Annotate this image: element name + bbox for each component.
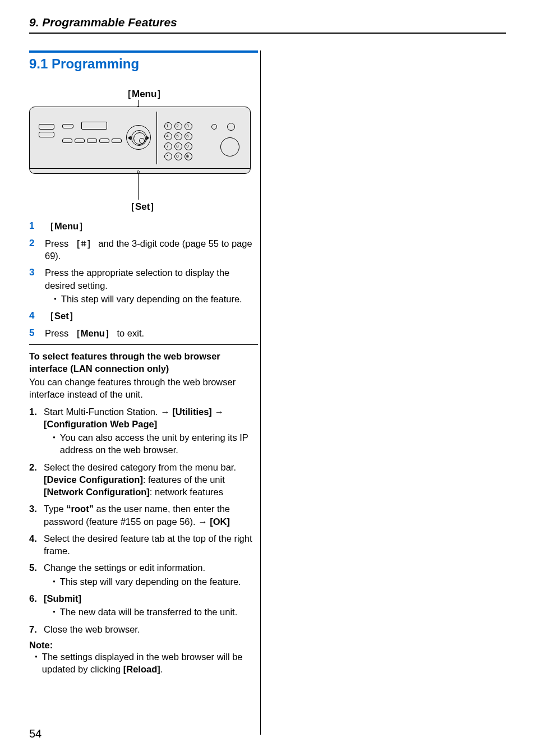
step-number: 2. — [29, 461, 44, 499]
web-step: 2.Select the desired category from the m… — [29, 461, 258, 499]
step-number: 7. — [29, 623, 44, 635]
left-column: 9.1 Programming ［Menu］ 123456789*0⊕ ［Set… — [29, 50, 258, 675]
step: 4［Set］ — [29, 310, 258, 322]
sub-bullet: This step will vary depending on the fea… — [54, 293, 258, 305]
step: 3Press the appropriate selection to disp… — [29, 266, 258, 305]
sub-bullet: This step will vary depending on the fea… — [53, 575, 258, 588]
step-body: Type “root” as the user name, then enter… — [44, 503, 258, 528]
step-number: 1. — [29, 405, 44, 457]
step-number: 3 — [29, 266, 45, 305]
step-number: 3. — [29, 503, 44, 528]
web-step: 4.Select the desired feature tab at the … — [29, 532, 258, 557]
keypad: 123456789*0⊕ — [164, 121, 195, 161]
section-rule — [29, 50, 258, 53]
step-body: Press the appropriate selection to displ… — [45, 266, 258, 305]
step-number: 2 — [29, 237, 45, 262]
step-body: Select the desired category from the men… — [44, 461, 258, 499]
step-body: Change the settings or edit information.… — [44, 561, 258, 588]
page-number: 54 — [29, 727, 41, 740]
callout-line — [138, 173, 139, 200]
step-number: 4. — [29, 532, 44, 557]
note-heading: Note: — [29, 640, 258, 651]
step-body: [Submit]The new data will be transferred… — [44, 592, 258, 619]
step-body: Close the web browser. — [44, 623, 258, 635]
step-number: 5. — [29, 561, 44, 588]
sub-bullet: The new data will be transferred to the … — [53, 606, 258, 618]
step: 5Press ［Menu］ to exit. — [29, 327, 258, 340]
step-number: 5 — [29, 327, 45, 340]
step-number: 1 — [29, 220, 45, 233]
chapter-title: 9. Programmable Features — [29, 16, 506, 29]
step-body: ［Menu］ — [45, 220, 258, 233]
separator — [29, 344, 258, 345]
step-body: Press ［⌗］ and the 3-digit code (page 55 … — [45, 237, 258, 262]
step: 2Press ［⌗］ and the 3-digit code (page 55… — [29, 237, 258, 262]
subsection-intro: You can change features through the web … — [29, 376, 258, 401]
web-step: 3.Type “root” as the user name, then ent… — [29, 503, 258, 528]
sub-bullet: You can also access the unit by entering… — [53, 431, 258, 457]
step-body: ［Set］ — [45, 310, 258, 322]
numbered-steps: 1［Menu］2Press ［⌗］ and the 3-digit code (… — [29, 220, 258, 340]
step: 1［Menu］ — [29, 220, 258, 233]
jog-dial — [126, 125, 151, 150]
web-step: 1.Start Multi-Function Station. → [Utili… — [29, 405, 258, 457]
step-body: Start Multi-Function Station. → [Utiliti… — [44, 405, 258, 457]
page-header: 9. Programmable Features — [29, 16, 506, 34]
figure-label-set: ［Set］ — [126, 200, 159, 213]
column-divider — [260, 50, 261, 735]
step-number: 6. — [29, 592, 44, 619]
web-step: 7.Close the web browser. — [29, 623, 258, 635]
web-steps: 1.Start Multi-Function Station. → [Utili… — [29, 405, 258, 635]
section-title: 9.1 Programming — [29, 56, 258, 72]
step-body: Press ［Menu］ to exit. — [45, 327, 258, 340]
web-step: 6.[Submit]The new data will be transferr… — [29, 592, 258, 619]
step-body: Select the desired feature tab at the to… — [44, 532, 258, 557]
device-panel: 123456789*0⊕ — [29, 107, 251, 174]
step-number: 4 — [29, 310, 45, 322]
note-bullet: The settings displayed in the web browse… — [35, 651, 258, 676]
web-step: 5.Change the settings or edit informatio… — [29, 561, 258, 588]
subsection-title: To select features through the web brows… — [29, 351, 258, 375]
figure-label-menu: ［Menu］ — [122, 87, 166, 100]
device-figure: ［Menu］ 123456789*0⊕ ［Set］ — [29, 87, 258, 216]
